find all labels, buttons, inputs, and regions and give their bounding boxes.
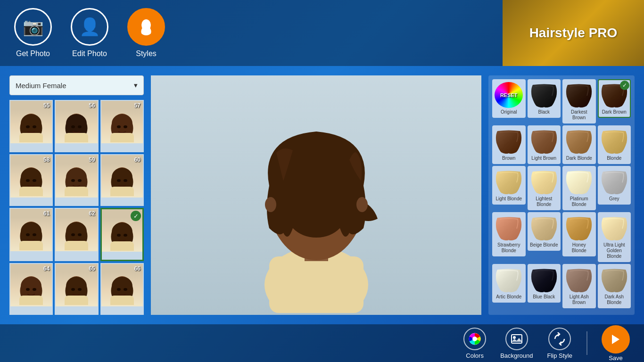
svg-rect-50 — [19, 296, 43, 305]
get-photo-label: Get Photo — [16, 49, 50, 58]
color-item-wrap-darkest-brown: Darkest Brown — [562, 79, 596, 123]
color-item-grey[interactable]: Grey — [598, 166, 631, 205]
flip-style-icon — [548, 328, 571, 350]
preview-person — [151, 75, 481, 315]
styles-dropdown[interactable]: Medium Female ▾ — [9, 75, 144, 95]
color-item-darkest-brown[interactable]: Darkest Brown — [562, 79, 596, 123]
color-item-wrap-grey: Grey — [598, 166, 631, 210]
flip-style-action[interactable]: Flip Style — [547, 328, 572, 359]
svg-point-9 — [78, 125, 82, 128]
style-item-56[interactable]: 56 — [55, 100, 98, 152]
color-item-wrap-black: Black — [528, 79, 561, 123]
style-num-62: 62 — [89, 210, 95, 217]
styles-icon — [127, 8, 165, 46]
selected-check-63: ✓ — [131, 211, 141, 221]
style-item-60[interactable]: 60 — [100, 154, 144, 206]
nav-edit-photo[interactable]: 👤 Edit Photo — [71, 8, 108, 58]
color-name-dark-ash-blonde: Dark Ash Blonde — [600, 294, 629, 305]
background-action[interactable]: Background — [500, 328, 533, 359]
swatch-blue-black — [530, 267, 558, 293]
style-num-57: 57 — [134, 102, 140, 109]
svg-point-53 — [71, 288, 75, 291]
colors-icon — [463, 328, 486, 350]
color-check-dark-brown: ✓ — [620, 81, 629, 90]
color-name-lightest-blonde: Lightest Blonde — [529, 196, 559, 207]
style-num-56: 56 — [89, 102, 95, 109]
style-item-61[interactable]: 61 — [9, 208, 53, 261]
color-name-strawberry-blonde: Strawberry Blonde — [494, 242, 524, 254]
style-item-62[interactable]: 62 — [55, 208, 98, 261]
swatch-light-ash-brown — [565, 267, 593, 293]
color-name-light-ash-brown: Light Ash Brown — [564, 294, 594, 305]
style-item-66[interactable]: 66 — [100, 263, 144, 315]
color-name-black: Black — [538, 109, 550, 115]
svg-rect-20 — [19, 187, 43, 196]
style-item-64[interactable]: 64 — [9, 263, 53, 315]
svg-point-59 — [124, 288, 127, 291]
color-item-reset[interactable]: RESETOriginal — [492, 79, 526, 118]
color-item-artic-blonde[interactable]: Artic Blonde — [492, 264, 526, 303]
color-item-light-brown[interactable]: Light Brown — [528, 125, 561, 164]
style-item-59[interactable]: 59 — [55, 154, 98, 206]
svg-point-29 — [124, 179, 127, 182]
style-num-60: 60 — [134, 156, 140, 163]
svg-point-75 — [472, 337, 477, 341]
swatch-blonde — [600, 128, 628, 154]
color-item-lightest-blonde[interactable]: Lightest Blonde — [528, 166, 561, 210]
color-item-light-ash-brown[interactable]: Light Ash Brown — [562, 264, 596, 308]
color-item-strawberry-blonde[interactable]: Strawberry Blonde — [492, 212, 526, 256]
swatch-beige-blonde — [530, 215, 558, 241]
swatch-artic-blonde — [495, 267, 523, 293]
svg-point-28 — [117, 179, 121, 182]
svg-point-14 — [124, 125, 127, 128]
svg-point-58 — [117, 288, 121, 291]
color-item-ultra-light-golden-blonde[interactable]: Ultra Light Golden Blonde — [598, 212, 631, 262]
bottom-divider — [586, 331, 587, 355]
color-item-wrap-reset: RESETOriginal — [492, 79, 526, 123]
save-icon — [602, 325, 630, 354]
svg-rect-62 — [269, 256, 363, 313]
svg-point-72 — [356, 197, 368, 212]
color-item-platinum-blonde[interactable]: Platinum Blonde — [562, 166, 596, 210]
color-item-wrap-dark-ash-blonde: Dark Ash Blonde — [598, 264, 631, 308]
style-item-65[interactable]: 65 — [55, 263, 98, 315]
color-item-dark-ash-blonde[interactable]: Dark Ash Blonde — [598, 264, 631, 308]
style-item-58[interactable]: 58 — [9, 154, 53, 206]
nav-styles[interactable]: Styles — [127, 8, 165, 58]
app-title: Hairstyle PRO — [529, 25, 618, 41]
color-item-wrap-blue-black: Blue Black — [528, 264, 561, 308]
color-name-grey: Grey — [609, 196, 619, 202]
svg-rect-35 — [19, 241, 43, 250]
colors-panel: RESETOriginal Black — [488, 75, 635, 315]
svg-point-33 — [26, 233, 30, 236]
style-num-61: 61 — [43, 210, 50, 217]
color-item-wrap-blonde: Blonde — [598, 125, 631, 164]
save-action[interactable]: Save — [602, 325, 630, 362]
svg-rect-60 — [110, 296, 134, 305]
swatch-strawberry-blonde — [495, 215, 523, 241]
swatch-ultra-light-golden-blonde — [600, 215, 628, 241]
svg-point-48 — [26, 288, 30, 291]
color-item-dark-blonde[interactable]: Dark Blonde — [562, 125, 596, 164]
svg-point-19 — [33, 179, 36, 182]
style-item-55[interactable]: 55 — [9, 100, 53, 152]
color-item-honey-blonde[interactable]: Honey Blonde — [562, 212, 596, 256]
svg-marker-78 — [612, 335, 619, 344]
color-item-light-blonde[interactable]: Light Blonde — [492, 166, 526, 205]
style-item-63[interactable]: ✓ — [100, 208, 144, 261]
color-name-dark-blonde: Dark Blonde — [566, 156, 592, 161]
style-item-57[interactable]: 57 — [100, 100, 144, 152]
color-name-platinum-blonde: Platinum Blonde — [564, 196, 594, 207]
styles-grid: 55 56 57 — [9, 100, 144, 315]
nav-get-photo[interactable]: 📷 Get Photo — [14, 8, 52, 58]
color-item-brown[interactable]: Brown — [492, 125, 526, 164]
color-item-wrap-strawberry-blonde: Strawberry Blonde — [492, 212, 526, 262]
color-item-wrap-platinum-blonde: Platinum Blonde — [562, 166, 596, 210]
color-item-blue-black[interactable]: Blue Black — [528, 264, 561, 303]
color-item-beige-blonde[interactable]: Beige Blonde — [528, 212, 561, 251]
colors-action[interactable]: Colors — [463, 328, 486, 359]
color-item-blonde[interactable]: Blonde — [598, 125, 631, 164]
color-name-ultra-light-golden-blonde: Ultra Light Golden Blonde — [600, 242, 629, 259]
swatch-dark-ash-blonde — [600, 267, 628, 293]
color-item-black[interactable]: Black — [528, 79, 561, 118]
